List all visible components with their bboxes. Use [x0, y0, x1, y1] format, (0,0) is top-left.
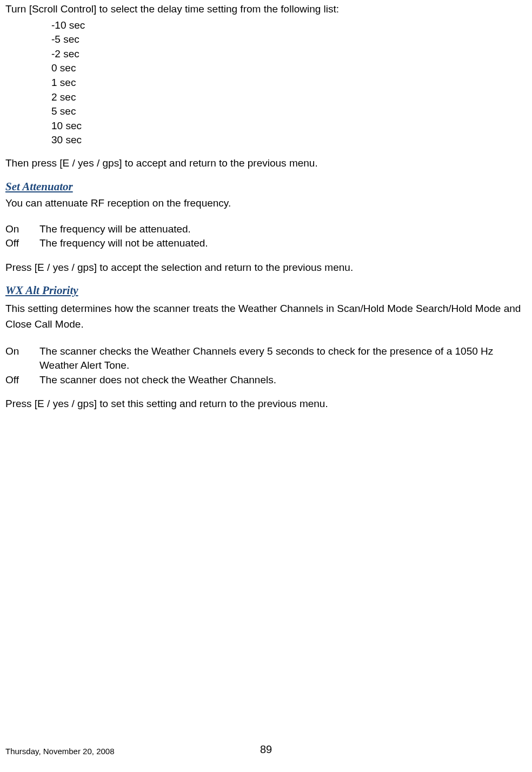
delay-options-list: -10 sec -5 sec -2 sec 0 sec 1 sec 2 sec … [5, 18, 527, 148]
delay-option: 30 sec [51, 133, 527, 148]
footer-page-number: 89 [260, 742, 272, 757]
delay-option: -5 sec [51, 32, 527, 47]
footer-date: Thursday, November 20, 2008 [5, 746, 115, 757]
attenuator-intro: You can attenuate RF reception on the fr… [5, 196, 527, 210]
page-footer: Thursday, November 20, 2008 89 [5, 746, 527, 757]
attenuator-accept-text: Press [E / yes / gps] to accept the sele… [5, 261, 527, 275]
delay-option: 0 sec [51, 61, 527, 76]
delay-option: -2 sec [51, 47, 527, 62]
wx-option-desc: The scanner does not check the Weather C… [39, 373, 527, 388]
attenuator-heading: Set Attenuator [5, 179, 527, 194]
delay-accept-text: Then press [E / yes / gps] to accept and… [5, 156, 527, 170]
delay-option: 2 sec [51, 90, 527, 105]
attenuator-option-row: Off The frequency will not be attenuated… [5, 236, 527, 251]
wx-heading: WX Alt Priority [5, 283, 527, 298]
delay-option: -10 sec [51, 18, 527, 33]
delay-intro-text: Turn [Scroll Control] to select the dela… [5, 2, 527, 16]
delay-option: 10 sec [51, 119, 527, 134]
attenuator-option-label: Off [5, 236, 39, 251]
attenuator-option-desc: The frequency will not be attenuated. [39, 236, 527, 251]
document-content: Turn [Scroll Control] to select the dela… [5, 0, 527, 411]
attenuator-option-row: On The frequency will be attenuated. [5, 222, 527, 237]
wx-option-label: On [5, 344, 39, 373]
wx-option-label: Off [5, 373, 39, 388]
delay-option: 5 sec [51, 104, 527, 119]
attenuator-option-desc: The frequency will be attenuated. [39, 222, 527, 237]
wx-option-row: On The scanner checks the Weather Channe… [5, 344, 527, 373]
delay-option: 1 sec [51, 76, 527, 90]
attenuator-option-label: On [5, 222, 39, 237]
wx-option-desc: The scanner checks the Weather Channels … [39, 344, 527, 373]
wx-accept-text: Press [E / yes / gps] to set this settin… [5, 397, 527, 411]
wx-option-row: Off The scanner does not check the Weath… [5, 373, 527, 388]
wx-intro: This setting determines how the scanner … [5, 301, 527, 332]
